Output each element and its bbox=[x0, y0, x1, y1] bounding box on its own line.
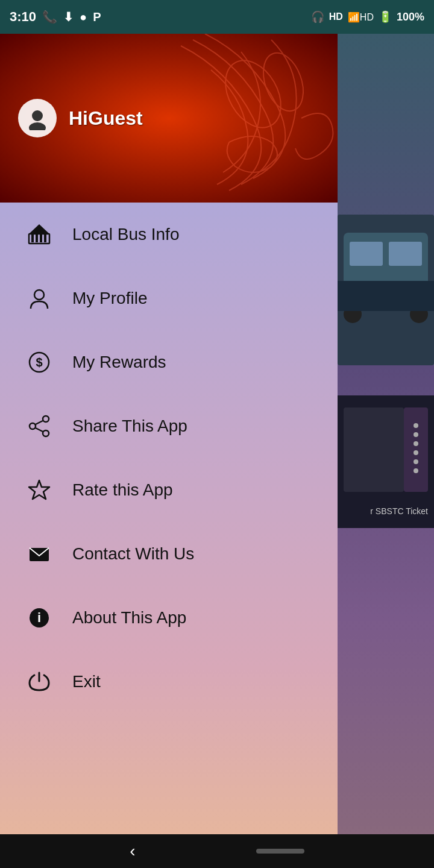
menu-item-rate-this-app[interactable]: Rate this App bbox=[0, 458, 338, 522]
svg-point-30 bbox=[43, 416, 49, 422]
download-icon: ⬇ bbox=[63, 10, 74, 24]
parking-icon: P bbox=[93, 10, 101, 24]
svg-text:i: i bbox=[37, 610, 41, 625]
svg-rect-25 bbox=[44, 234, 46, 242]
bank-icon bbox=[24, 219, 54, 250]
status-right: 🎧 HD 📶HD 🔋 100% bbox=[311, 10, 424, 24]
drawer-username: HiGuest bbox=[69, 107, 143, 130]
home-indicator bbox=[256, 849, 304, 854]
my-rewards-label: My Rewards bbox=[72, 353, 166, 372]
signal-hd-icon: 📶HD bbox=[348, 11, 374, 23]
bottom-nav-bar: ‹ bbox=[0, 834, 434, 868]
svg-point-12 bbox=[414, 441, 418, 446]
svg-point-27 bbox=[34, 290, 44, 300]
battery-icon: 🔋 bbox=[379, 10, 392, 24]
menu-item-local-bus-info[interactable]: Local Bus Info bbox=[0, 203, 338, 266]
menu-item-about-this-app[interactable]: i About This App bbox=[0, 586, 338, 650]
contact-with-us-label: Contact With Us bbox=[72, 544, 194, 564]
svg-point-20 bbox=[29, 122, 46, 130]
battery-percent: 100% bbox=[397, 11, 424, 24]
menu-item-my-rewards[interactable]: $ My Rewards bbox=[0, 330, 338, 394]
exit-label: Exit bbox=[72, 672, 101, 691]
menu-item-share-this-app[interactable]: Share This App bbox=[0, 394, 338, 458]
svg-point-19 bbox=[32, 110, 43, 121]
svg-rect-8 bbox=[344, 407, 404, 492]
star-icon bbox=[24, 475, 54, 505]
info-icon: i bbox=[24, 603, 54, 633]
drawer-header: HiGuest bbox=[0, 34, 338, 203]
svg-point-11 bbox=[414, 432, 418, 437]
drawer-menu: Local Bus Info My Profile $ My Rewards bbox=[0, 203, 338, 868]
svg-rect-22 bbox=[31, 234, 34, 242]
ticket-image-bg: r SBSTC Ticket bbox=[338, 395, 434, 528]
local-bus-info-label: Local Bus Info bbox=[72, 225, 179, 244]
email-icon bbox=[24, 539, 54, 569]
svg-point-10 bbox=[414, 423, 418, 428]
menu-item-exit[interactable]: Exit bbox=[0, 650, 338, 714]
svg-point-31 bbox=[30, 423, 36, 429]
headphone-icon: 🎧 bbox=[311, 10, 324, 24]
menu-item-my-profile[interactable]: My Profile bbox=[0, 266, 338, 330]
svg-marker-35 bbox=[29, 480, 49, 499]
bus-image-bg bbox=[338, 215, 434, 365]
svg-rect-23 bbox=[36, 234, 38, 242]
svg-rect-9 bbox=[404, 407, 428, 492]
svg-point-14 bbox=[414, 459, 418, 464]
back-button[interactable]: ‹ bbox=[130, 841, 135, 861]
my-profile-label: My Profile bbox=[72, 289, 147, 308]
about-this-app-label: About This App bbox=[72, 608, 186, 627]
hd-label: HD bbox=[329, 11, 343, 22]
avatar bbox=[18, 99, 57, 137]
status-bar: 3:10 📞 ⬇ ● P 🎧 HD 📶HD 🔋 100% bbox=[0, 0, 434, 34]
svg-text:$: $ bbox=[36, 356, 42, 369]
menu-item-contact-with-us[interactable]: Contact With Us bbox=[0, 522, 338, 586]
svg-line-34 bbox=[36, 428, 43, 432]
power-icon bbox=[24, 667, 54, 697]
ticket-text: r SBSTC Ticket bbox=[370, 506, 428, 516]
time-display: 3:10 bbox=[10, 9, 36, 25]
dollar-icon: $ bbox=[24, 347, 54, 377]
share-this-app-label: Share This App bbox=[72, 417, 187, 436]
phone-icon: 📞 bbox=[42, 10, 57, 24]
side-drawer: HiGuest Local Bus Info bbox=[0, 34, 338, 868]
svg-rect-6 bbox=[338, 281, 434, 311]
svg-rect-3 bbox=[389, 242, 422, 266]
svg-point-32 bbox=[43, 430, 49, 436]
svg-line-33 bbox=[36, 421, 43, 424]
status-left: 3:10 📞 ⬇ ● P bbox=[10, 9, 101, 25]
svg-rect-24 bbox=[40, 234, 42, 242]
drawer-header-content: HiGuest bbox=[18, 99, 143, 137]
whatsapp-icon: ● bbox=[80, 10, 87, 24]
rate-this-app-label: Rate this App bbox=[72, 480, 173, 500]
svg-point-15 bbox=[414, 468, 418, 473]
share-icon bbox=[24, 411, 54, 441]
person-icon bbox=[24, 283, 54, 313]
svg-rect-2 bbox=[350, 242, 383, 266]
svg-point-13 bbox=[414, 450, 418, 455]
svg-marker-26 bbox=[29, 224, 49, 234]
